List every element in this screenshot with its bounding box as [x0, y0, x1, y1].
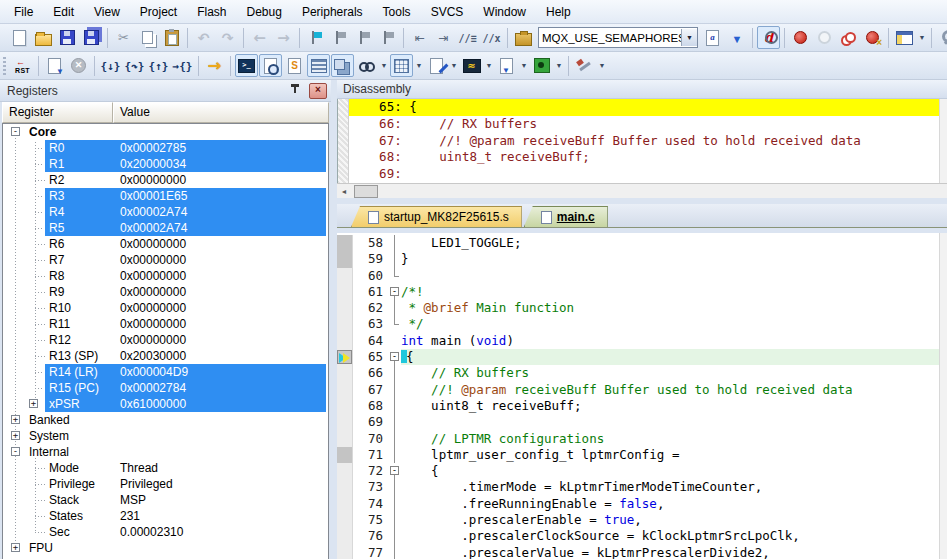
toolbar-grip[interactable]	[3, 57, 6, 75]
scroll-left-icon[interactable]: ◄	[337, 185, 351, 198]
serial-window-button[interactable]	[425, 54, 448, 77]
editor-line[interactable]: 70 // LPTMR configurations	[337, 431, 947, 447]
fold-column[interactable]: -	[389, 349, 401, 365]
bookmark-next-button[interactable]	[352, 26, 375, 49]
tab-startup_MK82F25615.s[interactable]: startup_MK82F25615.s	[351, 206, 522, 227]
comment-button[interactable]: //≡	[456, 26, 479, 49]
editor-line[interactable]: 58 LED1_TOGGLE;	[337, 235, 947, 251]
registers-window-button[interactable]	[307, 54, 330, 77]
callstack-window-button[interactable]	[331, 54, 354, 77]
menu-tools[interactable]: Tools	[373, 2, 421, 22]
register-row[interactable]: R14 (LR)0x000004D9	[3, 364, 328, 380]
breakpoint-toggle-button[interactable]	[789, 26, 812, 49]
disassembly-line[interactable]: 67: //! @param receiveBuff Buffer used t…	[349, 133, 947, 150]
register-row[interactable]: PrivilegePrivileged	[3, 476, 328, 492]
register-row[interactable]: +Banked	[3, 412, 328, 428]
fold-column[interactable]: -	[389, 284, 401, 300]
code-editor[interactable]: 58 LED1_TOGGLE;59}6061-/*!62 * @brief Ma…	[337, 233, 947, 559]
target-options-button[interactable]	[512, 26, 535, 49]
debug-session-button[interactable]: d	[757, 26, 780, 49]
undo-button[interactable]: ↶	[192, 26, 215, 49]
editor-line[interactable]: 75 .prescalerEnable = true,	[337, 512, 947, 528]
serial-window-dropdown-icon[interactable]: ▼	[449, 54, 459, 77]
menu-project[interactable]: Project	[130, 2, 187, 22]
cut-button[interactable]: ✂	[112, 26, 135, 49]
toolbox-button[interactable]	[573, 54, 596, 77]
peripherals-dialogs-button[interactable]	[530, 54, 553, 77]
register-row[interactable]: R13 (SP)0x20030000	[3, 348, 328, 364]
indent-button[interactable]: ⇥	[432, 26, 455, 49]
copy-button[interactable]	[136, 26, 159, 49]
breakpoint-disable-button[interactable]	[837, 26, 860, 49]
analysis-window-button[interactable]: ≈	[460, 54, 483, 77]
editor-line[interactable]: 69	[337, 414, 947, 430]
register-row[interactable]: R60x00000000	[3, 236, 328, 252]
toolbox-dropdown-icon[interactable]: ▼	[597, 54, 607, 77]
editor-line[interactable]: 72- {	[337, 463, 947, 479]
register-row[interactable]: R00x00002785	[3, 140, 328, 156]
run-button[interactable]	[43, 54, 66, 77]
menu-help[interactable]: Help	[536, 2, 581, 22]
save-all-button[interactable]	[80, 26, 103, 49]
editor-line[interactable]: 60	[337, 268, 947, 284]
editor-line[interactable]: 71 lptmr_user_config_t lptmrConfig =	[337, 447, 947, 463]
configure-tools-button[interactable]	[936, 26, 947, 49]
run-to-cursor-button[interactable]: →{}	[171, 54, 194, 77]
memory-window-dropdown-icon[interactable]: ▼	[414, 54, 424, 77]
scrollbar-thumb[interactable]	[354, 185, 378, 198]
menu-svcs[interactable]: SVCS	[421, 2, 474, 22]
register-row[interactable]: R100x00000000	[3, 300, 328, 316]
register-row[interactable]: R110x00000000	[3, 316, 328, 332]
peripherals-dialogs-dropdown-icon[interactable]: ▼	[554, 54, 564, 77]
register-row[interactable]: -Core	[3, 124, 328, 140]
menu-file[interactable]: File	[4, 2, 43, 22]
expand-icon[interactable]: +	[11, 543, 20, 552]
bookmark-prev-button[interactable]	[328, 26, 351, 49]
target-select[interactable]: MQX_USE_SEMAPHORES▼	[538, 27, 698, 48]
command-window-button[interactable]: >_	[235, 54, 258, 77]
system-viewer-button[interactable]	[495, 54, 518, 77]
disassembly-line[interactable]: 68: uint8_t receiveBuff;	[349, 149, 947, 166]
open-file-button[interactable]	[32, 26, 55, 49]
navigate-back-button[interactable]: ←	[248, 26, 271, 49]
stop-button[interactable]: ✕	[67, 54, 90, 77]
register-row[interactable]: R40x00002A74	[3, 204, 328, 220]
editor-line[interactable]: 74 .freeRunningEnable = false,	[337, 496, 947, 512]
fold-collapse-icon[interactable]: -	[390, 287, 399, 296]
watch-window-dropdown-icon[interactable]: ▼	[379, 54, 389, 77]
expand-icon[interactable]: +	[29, 399, 38, 408]
register-row[interactable]: R80x00000000	[3, 268, 328, 284]
editor-line[interactable]: 66 // RX buffers	[337, 365, 947, 381]
disassembly-current-line[interactable]: 65: {	[338, 99, 947, 116]
disassembly-hscrollbar[interactable]: ◄	[337, 183, 947, 198]
registers-column-header[interactable]: Register	[2, 102, 113, 123]
window-layout-dropdown-icon[interactable]: ▼	[917, 26, 927, 49]
menu-view[interactable]: View	[84, 2, 130, 22]
system-viewer-dropdown-icon[interactable]: ▼	[519, 54, 529, 77]
bookmark-clear-button[interactable]	[376, 26, 399, 49]
watch-window-button[interactable]	[355, 54, 378, 77]
editor-line[interactable]: 59}	[337, 251, 947, 267]
show-next-statement-button[interactable]: →	[203, 54, 226, 77]
register-row[interactable]: -Internal	[3, 444, 328, 460]
editor-current-line[interactable]: 65-{	[337, 349, 947, 365]
editor-line[interactable]: 61-/*!	[337, 284, 947, 300]
expand-icon[interactable]: +	[11, 415, 20, 424]
menu-edit[interactable]: Edit	[43, 2, 84, 22]
register-row[interactable]: R15 (PC)0x00002784	[3, 380, 328, 396]
close-icon[interactable]: ×	[309, 83, 327, 99]
disassembly-line[interactable]: 69:	[349, 166, 947, 183]
auto-hide-pin-icon[interactable]	[289, 84, 301, 98]
register-row[interactable]: R120x00000000	[3, 332, 328, 348]
register-row[interactable]: StackMSP	[3, 492, 328, 508]
menu-debug[interactable]: Debug	[237, 2, 292, 22]
register-row[interactable]: ModeThread	[3, 460, 328, 476]
redo-button[interactable]: ↷	[216, 26, 239, 49]
reset-cpu-button[interactable]: ←RST	[11, 54, 34, 77]
editor-line[interactable]: 62 * @brief Main function	[337, 300, 947, 316]
analysis-window-dropdown-icon[interactable]: ▼	[484, 54, 494, 77]
register-row[interactable]: R10x20000034	[3, 156, 328, 172]
menu-flash[interactable]: Flash	[187, 2, 236, 22]
combo-dropdown-icon[interactable]: ▼	[681, 29, 697, 46]
fold-collapse-icon[interactable]: -	[390, 466, 399, 475]
